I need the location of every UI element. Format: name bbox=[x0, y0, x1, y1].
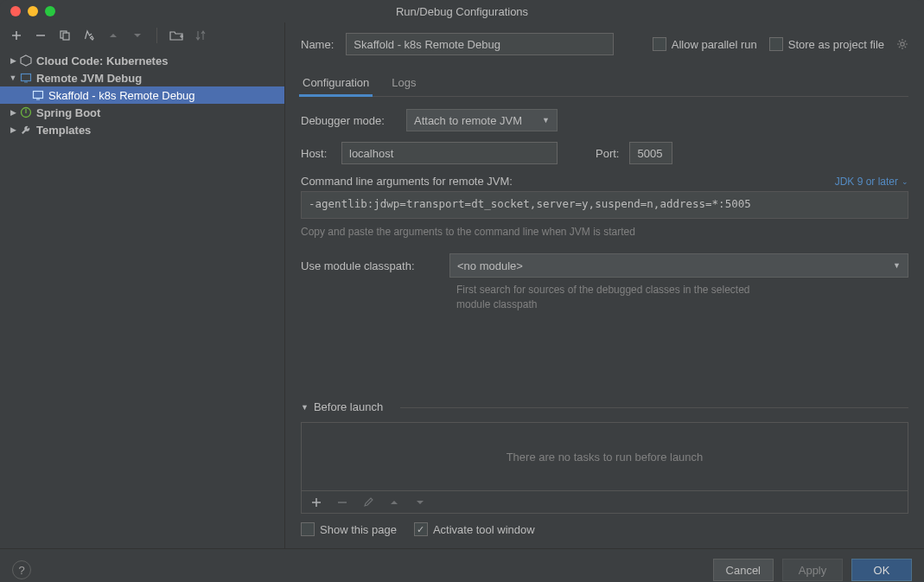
cmd-help-text: Copy and paste the arguments to the comm… bbox=[301, 226, 908, 238]
select-value: <no module> bbox=[457, 259, 523, 272]
config-tree: ▶ Cloud Code: Kubernetes ▼ Remote JVM De… bbox=[0, 48, 284, 548]
edit-task-icon bbox=[360, 495, 376, 510]
sidebar: ▶ Cloud Code: Kubernetes ▼ Remote JVM De… bbox=[0, 22, 285, 548]
remote-debug-icon bbox=[19, 71, 33, 85]
svg-point-6 bbox=[901, 42, 904, 46]
chevron-right-icon: ▶ bbox=[7, 125, 19, 134]
chevron-down-icon: ▼ bbox=[893, 261, 901, 270]
svg-rect-4 bbox=[34, 92, 43, 99]
module-classpath-label: Use module classpath: bbox=[301, 259, 439, 272]
wrench-icon bbox=[19, 123, 33, 137]
chevron-right-icon: ▶ bbox=[7, 108, 19, 117]
content-pane: Name: Allow parallel run Store as projec… bbox=[285, 22, 924, 548]
edit-defaults-icon[interactable] bbox=[81, 28, 97, 43]
before-launch-toolbar bbox=[301, 491, 908, 514]
window-maximize-button[interactable] bbox=[45, 6, 55, 16]
no-tasks-text: There are no tasks to run before launch bbox=[507, 451, 704, 464]
jdk-version-link[interactable]: JDK 9 or later ⌄ bbox=[835, 176, 908, 188]
svg-marker-2 bbox=[21, 55, 31, 66]
move-down-icon bbox=[130, 28, 145, 43]
sidebar-toolbar bbox=[0, 22, 284, 48]
move-task-down-icon bbox=[412, 495, 428, 510]
remove-task-icon bbox=[335, 495, 350, 510]
show-this-page-checkbox[interactable]: Show this page bbox=[301, 522, 397, 536]
folder-action-icon[interactable] bbox=[169, 28, 184, 43]
sort-icon bbox=[193, 28, 208, 43]
add-task-icon[interactable] bbox=[309, 495, 324, 510]
before-launch-section: ▼ Before launch There are no tasks to ru… bbox=[301, 400, 908, 536]
cmd-args-textbox[interactable]: -agentlib:jdwp=transport=dt_socket,serve… bbox=[301, 191, 908, 219]
host-input[interactable] bbox=[341, 142, 558, 164]
activate-tool-window-checkbox[interactable]: ✓ Activate tool window bbox=[414, 522, 535, 536]
checkbox-icon bbox=[653, 37, 666, 51]
tree-label: Templates bbox=[36, 124, 91, 137]
module-classpath-select[interactable]: <no module> ▼ bbox=[449, 253, 908, 278]
chevron-down-icon: ▼ bbox=[7, 74, 19, 82]
port-label: Port: bbox=[596, 147, 619, 160]
move-task-up-icon bbox=[386, 495, 402, 510]
spring-boot-icon bbox=[19, 106, 33, 119]
cmd-args-label: Command line arguments for remote JVM: bbox=[301, 175, 513, 188]
svg-rect-1 bbox=[63, 33, 69, 40]
before-launch-tasks: There are no tasks to run before launch bbox=[301, 422, 908, 491]
checkbox-label: Store as project file bbox=[788, 38, 884, 51]
tree-label: Cloud Code: Kubernetes bbox=[36, 54, 168, 67]
move-up-icon bbox=[105, 28, 121, 43]
name-label: Name: bbox=[301, 38, 334, 51]
checkbox-icon bbox=[769, 37, 783, 51]
debugger-mode-select[interactable]: Attach to remote JVM ▼ bbox=[406, 109, 558, 131]
svg-rect-3 bbox=[22, 74, 31, 81]
checkbox-icon bbox=[301, 522, 315, 536]
chevron-down-icon[interactable]: ▼ bbox=[301, 403, 309, 412]
titlebar: Run/Debug Configurations bbox=[0, 0, 924, 22]
select-value: Attach to remote JVM bbox=[414, 114, 522, 127]
host-label: Host: bbox=[301, 147, 331, 160]
apply-button: Apply bbox=[782, 559, 843, 581]
chevron-down-icon: ⌄ bbox=[902, 177, 908, 186]
cancel-button[interactable]: Cancel bbox=[713, 559, 774, 581]
tree-node-remote-jvm[interactable]: ▼ Remote JVM Debug bbox=[0, 69, 284, 86]
window-title: Run/Debug Configurations bbox=[0, 5, 924, 18]
tree-label: Spring Boot bbox=[36, 106, 100, 119]
remote-debug-icon bbox=[31, 88, 45, 102]
gear-icon[interactable] bbox=[896, 38, 908, 50]
tree-node-spring-boot[interactable]: ▶ Spring Boot bbox=[0, 104, 284, 121]
name-input[interactable] bbox=[346, 33, 614, 55]
ok-button[interactable]: OK bbox=[851, 559, 912, 581]
tree-node-cloud-code[interactable]: ▶ Cloud Code: Kubernetes bbox=[0, 52, 284, 69]
dialog-footer: ? Cancel Apply OK bbox=[0, 548, 924, 582]
before-launch-title: Before launch bbox=[314, 400, 383, 413]
checkbox-label: Activate tool window bbox=[433, 523, 535, 536]
port-input[interactable] bbox=[629, 142, 672, 164]
kubernetes-icon bbox=[19, 54, 33, 67]
checkbox-label: Show this page bbox=[320, 523, 397, 536]
window-close-button[interactable] bbox=[10, 6, 21, 16]
chevron-right-icon: ▶ bbox=[7, 56, 19, 65]
tree-label: Remote JVM Debug bbox=[36, 72, 142, 85]
checkbox-label: Allow parallel run bbox=[672, 38, 757, 51]
tree-node-skaffold[interactable]: Skaffold - k8s Remote Debug bbox=[0, 86, 284, 104]
tab-bar: Configuration Logs bbox=[301, 71, 908, 97]
tree-node-templates[interactable]: ▶ Templates bbox=[0, 121, 284, 138]
remove-config-icon[interactable] bbox=[33, 28, 48, 43]
window-minimize-button[interactable] bbox=[28, 6, 38, 16]
chevron-down-icon: ▼ bbox=[542, 116, 550, 125]
checkbox-icon: ✓ bbox=[414, 522, 428, 536]
add-config-icon[interactable] bbox=[9, 28, 24, 43]
tab-logs[interactable]: Logs bbox=[390, 71, 417, 96]
tab-configuration[interactable]: Configuration bbox=[301, 71, 371, 96]
tree-label: Skaffold - k8s Remote Debug bbox=[48, 89, 195, 102]
help-button[interactable]: ? bbox=[12, 560, 31, 579]
store-project-checkbox[interactable]: Store as project file bbox=[769, 37, 884, 51]
copy-config-icon[interactable] bbox=[57, 28, 73, 43]
allow-parallel-checkbox[interactable]: Allow parallel run bbox=[653, 37, 757, 51]
debugger-mode-label: Debugger mode: bbox=[301, 114, 396, 127]
module-help-text: First search for sources of the debugged… bbox=[456, 283, 785, 312]
